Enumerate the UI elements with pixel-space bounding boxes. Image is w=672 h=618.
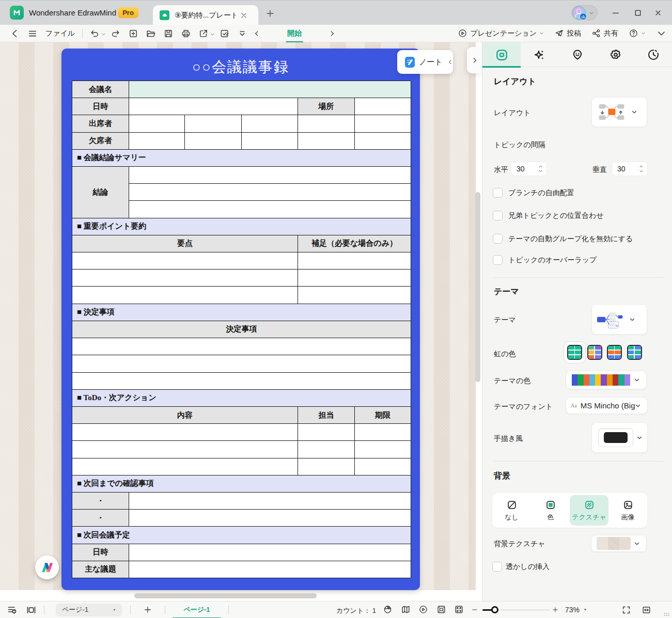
table-cell-blank[interactable] [129,493,411,510]
table-cell-blank[interactable] [129,133,185,150]
export-icon[interactable] [198,28,209,39]
table-cell-blank[interactable] [355,115,411,132]
table-cell-head[interactable]: 決定事項 [72,321,411,338]
table-cell-blank[interactable] [72,252,298,270]
table-cell-blank[interactable] [129,98,298,115]
focus-topic-icon[interactable] [436,605,446,614]
new-tab-button[interactable] [265,8,275,19]
table-cell-band[interactable]: ■ 会議結論サマリー [72,150,411,167]
menu-icon[interactable] [27,28,38,39]
file-menu[interactable]: ファイル [45,29,75,38]
table-cell-head[interactable]: 期限 [355,407,411,424]
table-cell-band[interactable]: ■ 重要ポイント要約 [72,218,411,235]
table-cell-band[interactable]: ■ 次回会議予定 [72,527,411,544]
panel-tab-history[interactable] [634,42,672,67]
close-button[interactable] [654,9,662,17]
table-cell-blank[interactable] [298,252,411,270]
table-cell-blank[interactable] [72,338,411,355]
table-cell-label[interactable]: 日時 [72,98,129,115]
table-cell-band[interactable]: ■ ToDo・次アクション [72,390,411,407]
export-caret-icon[interactable] [210,32,215,37]
print-icon[interactable] [181,28,191,39]
page-select[interactable]: ページ-1 [56,604,122,616]
table-cell-label[interactable]: 結論 [72,167,129,218]
horizontal-spacing-value[interactable]: 30 [511,165,538,173]
document-title[interactable]: ○○会議議事録 [61,57,420,77]
help-button[interactable] [629,28,646,38]
fit-width-icon[interactable] [642,605,651,615]
vertical-stepper-arrows[interactable] [639,165,644,173]
edrawmind-floating-logo[interactable] [35,556,59,579]
canvas[interactable]: ○○会議議事録 会議名日時場所出席者欠席者■ 会議結論サマリー結論■ 重要ポイン… [0,42,482,601]
table-cell-blank[interactable] [72,424,298,441]
theme-font-dropdown[interactable]: Aa MS Mincho (Big [566,397,648,414]
horizontal-scrollbar[interactable] [134,593,317,598]
table-cell-blank[interactable] [129,167,411,184]
zoom-caret-icon[interactable] [583,607,588,612]
background-image-option[interactable]: 画像 [608,493,647,528]
panel-tab-theme[interactable] [597,42,635,67]
table-cell-band[interactable]: ■ 決定事項 [72,304,411,321]
table-cell-label[interactable]: 場所 [298,98,355,115]
table-cell-head[interactable]: 補足（必要な場合のみ） [298,235,411,252]
background-texture-option[interactable]: テクスチャ [570,495,608,526]
document-tab[interactable]: ⑨要約特...プレート [153,5,258,25]
table-cell-label[interactable]: ・ [72,493,129,510]
slide-view-icon[interactable] [26,605,37,615]
panel-collapse-handle[interactable] [467,47,482,73]
table-cell-blank[interactable] [242,133,298,150]
theme-colors-dropdown[interactable] [566,371,647,389]
table-cell-blank[interactable] [185,115,242,132]
watermark-checkbox[interactable] [492,562,502,572]
panel-tab-ai[interactable] [521,42,559,67]
table-cell-label[interactable]: 出席者 [72,115,129,132]
rainbow-option-2[interactable] [587,345,602,360]
zoom-slider-knob[interactable] [491,606,498,613]
resize-grip[interactable] [664,612,670,617]
panel-tab-layout[interactable] [482,42,521,67]
table-cell-blank[interactable] [185,133,242,150]
tab-close-icon[interactable] [240,11,248,20]
sibling-align-checkbox[interactable] [493,211,503,220]
table-cell-head[interactable]: 要点 [72,235,298,252]
table-cell-label[interactable]: 会議名 [72,81,129,98]
table-cell-blank[interactable] [355,458,411,476]
back-icon[interactable] [10,28,20,39]
zoom-out-icon[interactable] [471,606,478,613]
table-cell-blank[interactable] [129,544,411,561]
rainbow-option-4[interactable] [627,345,642,360]
table-cell-blank[interactable] [355,424,411,441]
table-cell-blank[interactable] [298,424,355,441]
table-cell-blank[interactable] [298,270,411,287]
meeting-minutes-template[interactable]: ○○会議議事録 会議名日時場所出席者欠席者■ 会議結論サマリー結論■ 重要ポイン… [61,49,420,590]
layout-dropdown[interactable] [591,97,647,127]
table-cell-blank[interactable] [298,441,355,458]
table-cell-blank[interactable] [72,287,298,304]
outline-view-icon[interactable] [7,605,18,615]
redo-icon[interactable] [111,28,121,39]
table-cell-label[interactable]: 欠席者 [72,133,129,150]
ribbon-nav-left-icon[interactable] [253,30,260,37]
table-cell-band[interactable]: ■ 次回までの確認事項 [72,476,411,493]
page-tab[interactable]: ページ-1 [173,605,221,614]
panel-tab-sticker[interactable] [558,42,597,67]
rainbow-option-1[interactable] [567,345,582,360]
add-page-icon[interactable] [143,605,152,614]
map-navigator-icon[interactable] [401,605,411,614]
rainbow-option-3[interactable] [607,345,622,360]
table-cell-blank[interactable] [72,441,298,458]
horizontal-spacing-stepper[interactable]: 30 [511,162,547,176]
table-cell-blank[interactable] [72,373,411,390]
table-cell-blank[interactable] [242,115,298,132]
vertical-spacing-stepper[interactable]: 30 [612,162,648,176]
new-document-icon[interactable] [128,28,138,39]
table-cell-blank[interactable] [72,355,411,372]
table-cell-head[interactable]: 内容 [72,407,298,424]
table-cell-label[interactable]: 主な議題 [72,561,129,578]
table-cell-blank[interactable] [298,287,411,304]
share-button[interactable]: 共有 [591,28,618,38]
pro-badge[interactable]: Pro [118,7,138,18]
table-cell-blank[interactable] [355,133,411,150]
collapse-ribbon-icon[interactable] [657,28,666,38]
table-cell-blank[interactable] [298,133,355,150]
